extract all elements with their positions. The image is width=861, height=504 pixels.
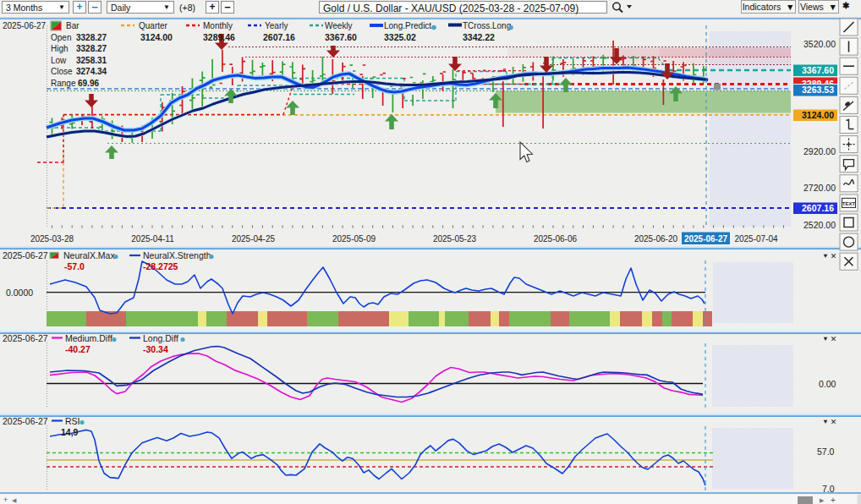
svg-text:2607.16: 2607.16 bbox=[802, 203, 834, 213]
svg-text:14,9: 14,9 bbox=[61, 427, 79, 437]
svg-text:57.0: 57.0 bbox=[817, 446, 835, 457]
svg-text:2720.00: 2720.00 bbox=[803, 183, 836, 193]
svg-text:-40.27: -40.27 bbox=[65, 344, 90, 354]
svg-text:2025-06-27: 2025-06-27 bbox=[3, 416, 48, 426]
svg-text:Long.Diff: Long.Diff bbox=[143, 333, 178, 343]
svg-text:-30.34: -30.34 bbox=[143, 344, 168, 354]
svg-text:▼: ▼ bbox=[822, 418, 828, 425]
svg-text:3274.34: 3274.34 bbox=[76, 67, 107, 76]
svg-text:3263.53: 3263.53 bbox=[802, 85, 834, 95]
svg-text:3342.22: 3342.22 bbox=[463, 32, 495, 42]
svg-text:-57.0: -57.0 bbox=[64, 261, 85, 271]
svg-text:Yearly: Yearly bbox=[265, 21, 288, 30]
svg-text:3289.46: 3289.46 bbox=[203, 32, 235, 42]
svg-text:69.96: 69.96 bbox=[78, 79, 99, 88]
svg-text:2025-06-27: 2025-06-27 bbox=[684, 234, 728, 244]
svg-text:2607.16: 2607.16 bbox=[263, 32, 295, 42]
svg-text:2025-06-20: 2025-06-20 bbox=[634, 234, 678, 244]
svg-text:+: + bbox=[3, 496, 8, 504]
svg-text:+: + bbox=[831, 496, 836, 504]
svg-text:Long.Predict: Long.Predict bbox=[384, 21, 431, 30]
svg-text:Close: Close bbox=[51, 67, 73, 76]
svg-text:Range: Range bbox=[51, 79, 76, 88]
svg-text:Medium.Diff: Medium.Diff bbox=[65, 333, 112, 343]
svg-text:3258.31: 3258.31 bbox=[76, 56, 107, 65]
svg-text:▶: ▶ bbox=[820, 497, 825, 503]
svg-text:2025-05-23: 2025-05-23 bbox=[433, 234, 477, 244]
svg-text:Open: Open bbox=[51, 33, 71, 42]
svg-text:Quarter: Quarter bbox=[139, 21, 168, 30]
svg-text:0.00: 0.00 bbox=[819, 379, 836, 389]
svg-text:Low: Low bbox=[51, 56, 67, 65]
svg-text:3124.00: 3124.00 bbox=[140, 32, 173, 42]
svg-text:3328.27: 3328.27 bbox=[76, 44, 107, 53]
svg-text:2025-06-06: 2025-06-06 bbox=[534, 234, 578, 244]
svg-text:▼: ▼ bbox=[822, 335, 828, 342]
svg-text:2025-06-27: 2025-06-27 bbox=[3, 250, 48, 260]
svg-text:RSI: RSI bbox=[65, 416, 80, 426]
svg-text:◀: ◀ bbox=[12, 497, 17, 503]
svg-text:2025-06-27: 2025-06-27 bbox=[3, 333, 48, 343]
svg-text:NeuralX.Strength: NeuralX.Strength bbox=[143, 250, 211, 260]
svg-text:2520.00: 2520.00 bbox=[803, 220, 836, 230]
svg-text:✕: ✕ bbox=[831, 252, 837, 260]
svg-text:3367.60: 3367.60 bbox=[325, 32, 357, 42]
svg-text:-28.2725: -28.2725 bbox=[143, 261, 178, 271]
svg-text:3520.00: 3520.00 bbox=[803, 39, 836, 49]
svg-text:3328.27: 3328.27 bbox=[76, 33, 107, 42]
svg-text:7.0: 7.0 bbox=[822, 484, 835, 494]
svg-text:3124.00: 3124.00 bbox=[802, 110, 834, 120]
svg-text:TEXT: TEXT bbox=[842, 201, 856, 206]
svg-text:2025-06-27: 2025-06-27 bbox=[3, 21, 47, 30]
svg-text:Bar: Bar bbox=[66, 21, 80, 30]
svg-text:3367.60: 3367.60 bbox=[802, 65, 834, 75]
svg-text:✕: ✕ bbox=[831, 418, 837, 426]
svg-text:▼: ▼ bbox=[822, 252, 828, 260]
svg-text:2025-03-28: 2025-03-28 bbox=[30, 234, 74, 244]
svg-text:2025-04-11: 2025-04-11 bbox=[131, 234, 174, 244]
svg-text:Weekly: Weekly bbox=[325, 21, 353, 30]
svg-text:2920.00: 2920.00 bbox=[803, 146, 836, 156]
svg-text:3325.02: 3325.02 bbox=[384, 32, 416, 42]
svg-text:NeuralX.Max: NeuralX.Max bbox=[63, 250, 115, 260]
svg-text:2025-07-04: 2025-07-04 bbox=[734, 234, 778, 244]
svg-text:✕: ✕ bbox=[831, 335, 837, 343]
svg-text:High: High bbox=[51, 44, 69, 53]
svg-text:2025-05-09: 2025-05-09 bbox=[332, 234, 376, 244]
svg-text:2025-04-25: 2025-04-25 bbox=[232, 234, 276, 244]
svg-text:0.0000: 0.0000 bbox=[6, 288, 33, 298]
svg-text:Monthly: Monthly bbox=[203, 21, 233, 30]
svg-text:TCross.Long: TCross.Long bbox=[463, 21, 511, 30]
